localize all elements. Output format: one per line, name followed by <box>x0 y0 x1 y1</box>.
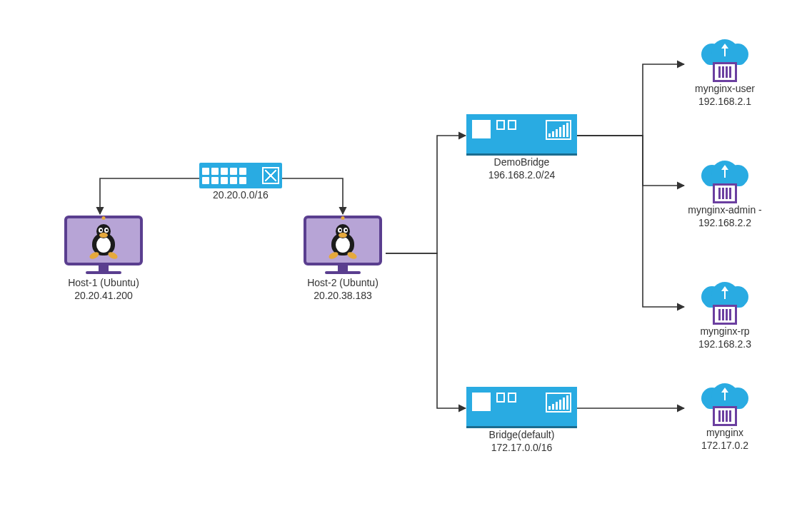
bridge-icon <box>466 114 577 156</box>
switch-subnet-label: 20.20.0.0/16 <box>194 188 287 201</box>
bridge-subnet-label: 172.17.0.0/16 <box>466 441 577 454</box>
default-bridge: Bridge(default) 172.17.0.0/16 <box>466 387 577 454</box>
container-ip-label: 192.168.2.2 <box>682 216 768 229</box>
diagram-canvas: 20.20.0.0/16 Host-1 (Ubuntu) 20.20.41.20… <box>0 0 812 506</box>
bridge-name-label: Bridge(default) <box>466 428 577 441</box>
switch-icon <box>199 163 282 188</box>
network-switch: 20.20.0.0/16 <box>194 163 287 201</box>
container-ip-label: 192.168.2.3 <box>682 338 768 350</box>
container-cloud-icon <box>701 383 748 426</box>
container-mynginx-admin: mynginx-admin - 192.168.2.2 <box>682 161 768 229</box>
container-name-label: mynginx <box>682 426 768 439</box>
bridge-name-label: DemoBridge <box>466 156 577 168</box>
container-mynginx: mynginx 172.17.0.2 <box>682 383 768 452</box>
host-name-label: Host-1 (Ubuntu) <box>61 276 146 289</box>
tux-icon <box>329 223 357 258</box>
host-name-label: Host-2 (Ubuntu) <box>300 276 386 289</box>
bridge-icon <box>466 387 577 428</box>
host-1: Host-1 (Ubuntu) 20.20.41.200 <box>61 216 146 302</box>
container-ip-label: 172.17.0.2 <box>682 439 768 452</box>
container-mynginx-user: mynginx-user 192.168.2.1 <box>682 39 768 108</box>
host-2: Host-2 (Ubuntu) 20.20.38.183 <box>300 216 386 302</box>
bridge-subnet-label: 196.168.2.0/24 <box>466 168 577 181</box>
host-ip-label: 20.20.38.183 <box>300 289 386 302</box>
demo-bridge: DemoBridge 196.168.2.0/24 <box>466 114 577 181</box>
container-ip-label: 192.168.2.1 <box>682 95 768 108</box>
host-icon <box>304 216 382 276</box>
host-icon <box>64 216 143 276</box>
container-name-label: mynginx-user <box>682 82 768 95</box>
container-cloud-icon <box>701 39 748 82</box>
container-name-label: mynginx-rp <box>682 325 768 338</box>
container-cloud-icon <box>701 161 748 203</box>
container-name-label: mynginx-admin - <box>682 203 768 216</box>
tux-icon <box>89 223 118 258</box>
host-ip-label: 20.20.41.200 <box>61 289 146 302</box>
container-mynginx-rp: mynginx-rp 192.168.2.3 <box>682 282 768 350</box>
container-cloud-icon <box>701 282 748 325</box>
